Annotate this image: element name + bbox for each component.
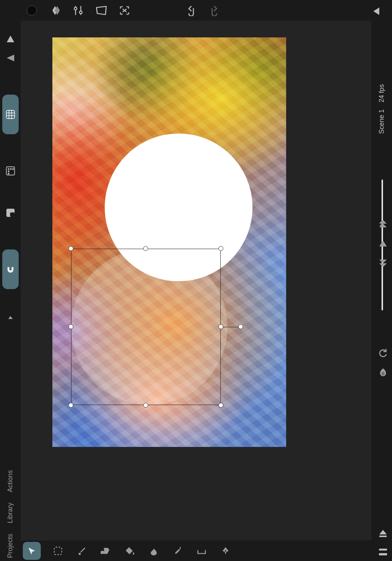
left-toolbar — [0, 21, 21, 540]
color-swatch-icon[interactable] — [25, 4, 39, 17]
flip-horizontal-icon[interactable] — [5, 53, 16, 63]
svg-point-22 — [10, 169, 11, 170]
tab-library[interactable]: Library — [6, 503, 14, 523]
eject-icon[interactable] — [378, 528, 388, 539]
eraser-icon[interactable] — [99, 544, 113, 558]
timeline-toggle-icon[interactable] — [378, 547, 388, 557]
svg-point-49 — [79, 553, 81, 555]
gradient-diamond-icon[interactable] — [48, 4, 62, 17]
svg-rect-44 — [379, 536, 387, 537]
prev-frame-icon[interactable] — [378, 238, 388, 249]
skip-back-icon[interactable] — [378, 219, 388, 229]
svg-marker-37 — [379, 220, 387, 224]
svg-rect-15 — [6, 110, 15, 119]
loop-icon[interactable] — [378, 348, 388, 358]
collapse-right-icon[interactable] — [369, 4, 383, 18]
ruler-icon[interactable] — [195, 544, 208, 558]
select-marquee-icon[interactable] — [51, 544, 65, 558]
svg-point-25 — [8, 173, 9, 174]
left-panel-tabs: Actions Library Projects — [0, 468, 21, 561]
canvas-stage[interactable] — [21, 21, 371, 540]
pixel-grid-icon[interactable] — [5, 166, 16, 176]
svg-point-54 — [225, 550, 226, 552]
svg-line-9 — [105, 6, 106, 15]
snap-magnet-active[interactable] — [2, 249, 19, 289]
frame-nav-group — [378, 219, 388, 268]
svg-point-21 — [8, 169, 9, 170]
svg-marker-13 — [7, 36, 14, 42]
svg-marker-41 — [379, 260, 387, 263]
svg-point-5 — [74, 7, 77, 10]
smudge-icon[interactable] — [147, 544, 160, 558]
svg-marker-40 — [379, 263, 387, 267]
right-bottom-group — [378, 528, 388, 557]
svg-marker-43 — [379, 530, 387, 534]
playback-extras — [378, 348, 388, 378]
svg-point-0 — [27, 6, 37, 15]
ellipse-shape-2-selected[interactable] — [71, 249, 227, 405]
fps-label[interactable]: 24 fps — [378, 84, 386, 102]
undo-icon[interactable] — [184, 4, 198, 17]
artboard[interactable] — [52, 37, 286, 447]
move-transform-tool-active[interactable] — [23, 542, 41, 560]
svg-rect-48 — [54, 547, 62, 555]
flip-vertical-icon[interactable] — [5, 34, 16, 45]
svg-rect-45 — [379, 549, 387, 551]
bottom-toolbar — [21, 540, 371, 561]
svg-line-8 — [97, 7, 97, 13]
svg-marker-12 — [373, 7, 379, 15]
svg-marker-14 — [7, 55, 14, 61]
redo-icon[interactable] — [208, 4, 221, 17]
svg-rect-30 — [7, 266, 9, 267]
crop-select-icon[interactable] — [118, 4, 131, 17]
svg-point-42 — [382, 372, 385, 375]
paint-bucket-icon[interactable] — [123, 544, 137, 558]
background-fill-icon[interactable] — [5, 208, 16, 218]
svg-point-24 — [8, 171, 9, 172]
svg-rect-29 — [10, 212, 15, 217]
svg-point-23 — [12, 169, 13, 170]
skip-forward-icon[interactable] — [378, 258, 388, 268]
tab-projects[interactable]: Projects — [6, 534, 14, 558]
tab-actions[interactable]: Actions — [6, 470, 14, 492]
eyedropper-icon[interactable] — [171, 544, 184, 558]
svg-rect-31 — [12, 266, 13, 267]
scene-label[interactable]: Scene 1 — [378, 109, 386, 134]
perspective-icon[interactable] — [95, 4, 108, 17]
svg-marker-32 — [8, 316, 13, 319]
top-toolbar — [21, 0, 392, 21]
onion-skin-icon[interactable] — [378, 367, 388, 378]
svg-marker-47 — [28, 548, 35, 555]
grid-tool-active[interactable] — [2, 95, 19, 134]
expand-up-icon[interactable] — [5, 312, 16, 323]
sliders-icon[interactable] — [71, 4, 85, 17]
svg-marker-39 — [379, 240, 387, 246]
svg-marker-7 — [97, 6, 106, 15]
svg-rect-20 — [6, 167, 15, 175]
svg-point-6 — [80, 11, 82, 13]
pen-tool-icon[interactable] — [219, 544, 232, 558]
brush-icon[interactable] — [75, 544, 89, 558]
svg-rect-46 — [379, 553, 387, 555]
